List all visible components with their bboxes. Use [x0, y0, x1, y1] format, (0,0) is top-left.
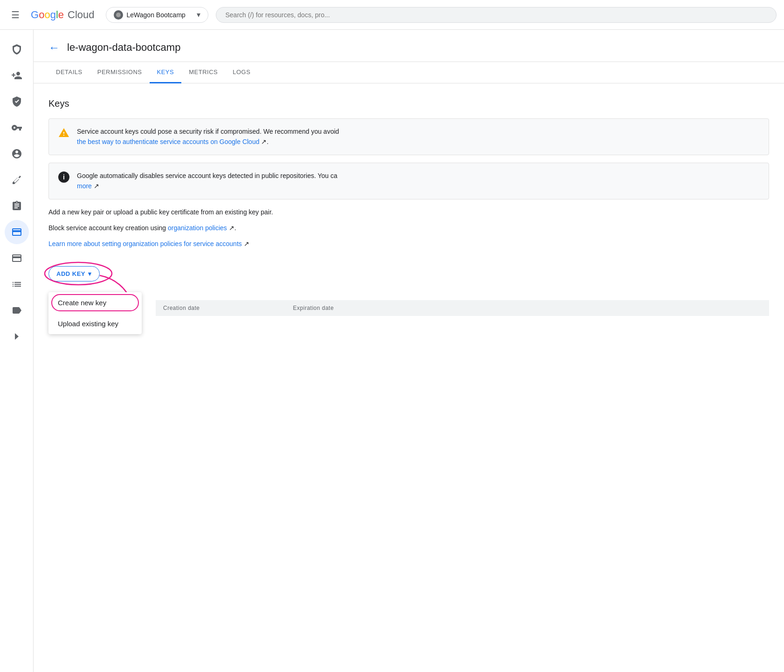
project-dropdown-arrow: ▾ — [197, 10, 200, 19]
table-area: Creation date Expiration date — [48, 300, 769, 316]
tab-logs[interactable]: LOGS — [225, 62, 258, 83]
sidebar-item-shield[interactable] — [5, 37, 29, 62]
cloud-text: Cloud — [68, 9, 94, 21]
sidebar-item-billing[interactable] — [5, 246, 29, 270]
main-layout: ← le-wagon-data-bootcamp DETAILS PERMISS… — [0, 30, 784, 672]
back-button[interactable]: ← — [48, 41, 60, 54]
learn-more-link[interactable]: Learn more about setting organization po… — [48, 240, 242, 247]
table-header-row: Creation date Expiration date — [156, 300, 769, 316]
topbar: ☰ Google Cloud LeWagon Bootcamp ▾ — [0, 0, 784, 30]
add-key-chevron: ▾ — [88, 270, 92, 277]
instruction-3: Learn more about setting organization po… — [48, 239, 769, 249]
sidebar-item-label[interactable] — [5, 298, 29, 322]
sidebar-item-policy[interactable] — [5, 89, 29, 114]
col-creation-date: Creation date — [163, 305, 200, 311]
info-icon: i — [58, 171, 69, 183]
sidebar-item-tools[interactable] — [5, 168, 29, 192]
main-content: ← le-wagon-data-bootcamp DETAILS PERMISS… — [34, 30, 784, 672]
project-icon — [114, 10, 123, 20]
info-link[interactable]: more — [77, 182, 92, 190]
instruction-2: Block service account key creation using… — [48, 223, 769, 233]
add-key-button[interactable]: ADD KEY ▾ — [48, 266, 100, 281]
tab-metrics[interactable]: METRICS — [181, 62, 225, 83]
google-logo: Google — [31, 9, 64, 21]
content-area: Keys Service account keys could pose a s… — [34, 83, 784, 331]
sidebar-item-list[interactable] — [5, 272, 29, 296]
org-policies-link[interactable]: organization policies — [168, 224, 227, 232]
search-input[interactable] — [216, 7, 777, 23]
sidebar-item-account[interactable] — [5, 142, 29, 166]
dropdown-item-create[interactable]: Create new key — [48, 292, 142, 313]
sidebar-item-person-add[interactable] — [5, 63, 29, 88]
project-selector[interactable]: LeWagon Bootcamp ▾ — [106, 7, 208, 23]
info-text: Google automatically disables service ac… — [77, 171, 337, 192]
add-key-dropdown: Create new key Upload existing key — [48, 292, 142, 334]
warning-banner: Service account keys could pose a securi… — [48, 118, 769, 155]
sidebar-item-more[interactable] — [5, 324, 29, 349]
add-key-wrapper: ADD KEY ▾ Create new key Upload existing… — [48, 266, 100, 281]
instruction-1: Add a new key pair or upload a public ke… — [48, 207, 769, 217]
col-expiration-date: Expiration date — [293, 305, 334, 311]
warning-link[interactable]: the best way to authenticate service acc… — [77, 138, 259, 145]
tabs-bar: DETAILS PERMISSIONS KEYS METRICS LOGS — [34, 62, 784, 83]
keys-section-title: Keys — [48, 98, 769, 109]
info-banner: i Google automatically disables service … — [48, 163, 769, 199]
tab-keys[interactable]: KEYS — [150, 62, 182, 83]
dropdown-item-create-label: Create new key — [58, 299, 106, 307]
sidebar-item-vpn-key[interactable] — [5, 116, 29, 140]
sidebar-item-service-accounts[interactable] — [5, 220, 29, 244]
warning-icon — [58, 127, 69, 138]
sidebar-item-assignment[interactable] — [5, 194, 29, 218]
dropdown-item-upload[interactable]: Upload existing key — [48, 313, 142, 334]
add-key-label: ADD KEY — [56, 270, 85, 277]
tab-details[interactable]: DETAILS — [48, 62, 90, 83]
page-title: le-wagon-data-bootcamp — [67, 41, 180, 54]
warning-text: Service account keys could pose a securi… — [77, 126, 339, 147]
tab-permissions[interactable]: PERMISSIONS — [90, 62, 150, 83]
page-header: ← le-wagon-data-bootcamp — [34, 30, 784, 62]
hamburger-menu-icon[interactable]: ☰ — [7, 6, 23, 24]
project-name: LeWagon Bootcamp — [127, 11, 197, 19]
sidebar — [0, 30, 34, 672]
dropdown-item-upload-label: Upload existing key — [58, 320, 118, 328]
